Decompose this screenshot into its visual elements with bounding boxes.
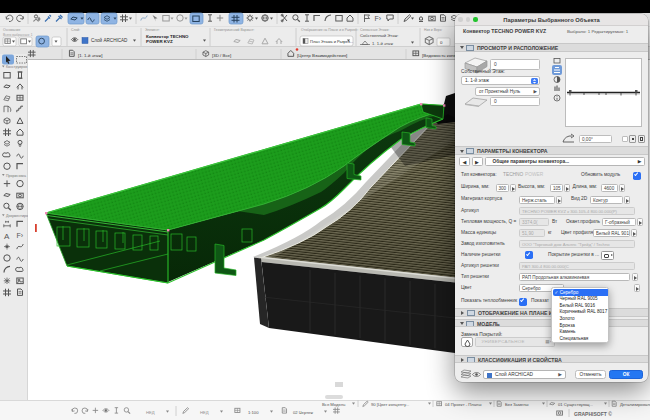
svg-text:Геометрический Вариант:: Геометрический Вариант: (214, 28, 255, 32)
svg-text:Основание: Основание (3, 28, 21, 32)
svg-text:Слой ARCHICAD: Слой ARCHICAD (91, 37, 128, 43)
svg-text:Всего выбранных: 1: Всего выбранных: 1 (3, 33, 33, 37)
svg-text:Без Замены: Без Замены (505, 402, 528, 407)
svg-text:01 Существующ...: 01 Существующ... (558, 402, 593, 407)
svg-text:F›: F› (375, 15, 382, 22)
svg-text:Связанные Этажи:: Связанные Этажи: (360, 28, 389, 32)
svg-text:Элемент:: Элемент: (145, 28, 160, 32)
svg-text:Детализирована...: Детализирована... (620, 402, 650, 407)
svg-text:План Этажа и Разрез...: План Этажа и Разрез... (310, 39, 353, 44)
svg-text:Низ и Верх:: Низ и Верх: (424, 28, 442, 32)
svg-text:F›: F› (17, 232, 24, 239)
svg-text:1. 1-й этаж: 1. 1-й этаж (372, 41, 393, 46)
svg-text:[3D / Все]: [3D / Все] (212, 53, 231, 58)
svg-text:[Центр Взаимодействия]: [Центр Взаимодействия] (297, 53, 347, 58)
svg-text:90 [Цвет концепту...: 90 [Цвет концепту... (371, 402, 409, 407)
svg-text:Вся Модель: Вся Модель (322, 402, 346, 407)
svg-text:02 Чертеж: 02 Чертеж (293, 410, 313, 415)
svg-text:[1. 1-й этаж]: [1. 1-й этаж] (78, 53, 102, 58)
svg-text:1:100: 1:100 (248, 410, 259, 415)
svg-text:POWER KVZ: POWER KVZ (146, 39, 173, 44)
svg-text:НЕД: НЕД (146, 410, 155, 415)
svg-text:Собственный Этаж:: Собственный Этаж: (360, 33, 399, 38)
svg-text:A: A (4, 232, 10, 241)
svg-text:Конструиров: Конструиров (6, 65, 27, 69)
svg-text:НЕД: НЕД (200, 410, 209, 415)
svg-text:Слой:: Слой: (71, 28, 80, 32)
svg-text:Документиро: Документиро (6, 214, 28, 218)
svg-text:GRAPHISOFT ©: GRAPHISOFT © (574, 411, 612, 417)
svg-text:Прорисовка: Прорисовка (6, 174, 26, 178)
svg-text:04 Проект - Планы: 04 Проект - Планы (445, 402, 481, 407)
svg-text:Конвектор TECHNO: Конвектор TECHNO (146, 34, 189, 39)
svg-text:Отображение на Плане и в Разре: Отображение на Плане и в Разрезе: (301, 28, 358, 32)
